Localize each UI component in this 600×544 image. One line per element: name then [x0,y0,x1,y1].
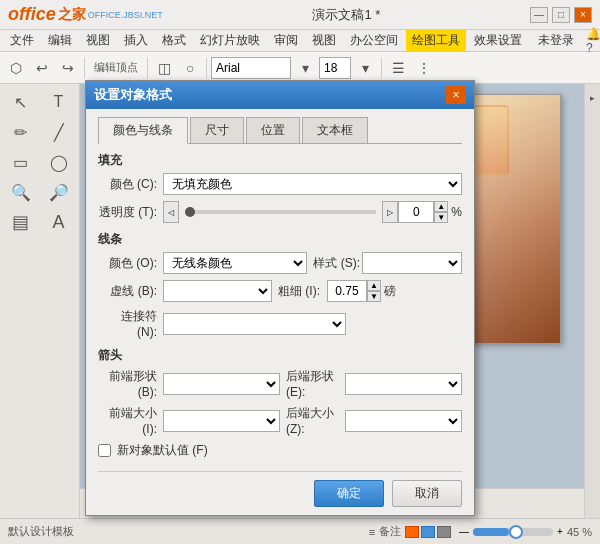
toolbar-btn-5[interactable]: ○ [178,56,202,80]
line-weight-label: 粗细 (I): [272,283,327,300]
dialog-title-bar: 设置对象格式 × [86,81,474,109]
minimize-button[interactable]: — [530,7,548,23]
back-size-select[interactable] [345,410,462,432]
front-size-select[interactable] [163,410,280,432]
weight-up-btn[interactable]: ▲ [367,280,381,291]
title-bar: office 之家 OFFICE.JBSI.NET 演示文稿1 * — □ × [0,0,600,30]
window-title: 演示文稿1 * [163,6,530,24]
line-dash-select[interactable] [163,280,272,302]
fill-color-select[interactable]: 无填充颜色 [163,173,462,195]
menu-slideshow[interactable]: 幻灯片放映 [194,30,266,51]
line-style-select[interactable] [362,252,462,274]
toolbar-edit-points[interactable]: 编辑顶点 [89,56,143,80]
font-name-input[interactable] [211,57,291,79]
tool-text[interactable]: T [41,88,77,116]
connector-select[interactable] [163,313,346,335]
menu-edit[interactable]: 编辑 [42,30,78,51]
toolbar-btn-2[interactable]: ↩ [30,56,54,80]
menu-login[interactable]: 未登录 [532,30,580,51]
opacity-slider[interactable] [185,210,376,214]
fill-opacity-row: 透明度 (T): ◁ ▷ ▲ ▼ % [98,201,462,223]
left-panel: ↖ T ✏ ╱ ▭ ◯ 🔍 🔎 ▤ A [0,84,80,518]
tab-position[interactable]: 位置 [246,117,300,143]
menu-file[interactable]: 文件 [4,30,40,51]
opacity-left-btn[interactable]: ◁ [163,201,179,223]
dialog-ok-button[interactable]: 确定 [314,480,384,507]
tool-row-4: 🔍 🔎 [3,178,77,206]
menu-effects[interactable]: 效果设置 [468,30,528,51]
connector-row: 连接符 (N): [98,308,462,339]
tool-line[interactable]: ╱ [41,118,77,146]
right-panel-btn-1[interactable]: ▸ [586,88,600,108]
opacity-spinner: ▲ ▼ [434,201,448,223]
tab-color-line[interactable]: 颜色与线条 [98,117,188,144]
tool-pointer[interactable]: ↖ [3,88,39,116]
menu-bar: 文件 编辑 视图 插入 格式 幻灯片放映 审阅 视图 办公空间 绘图工具 效果设… [0,30,600,52]
dialog-body: 颜色与线条 尺寸 位置 文本框 填充 颜色 (C): 无填充颜色 透明度 (T)… [86,109,474,515]
tool-fill[interactable]: ▤ [3,208,39,236]
tool-zoom-in[interactable]: 🔍 [3,178,39,206]
tool-rect[interactable]: ▭ [3,148,39,176]
toolbar-btn-1[interactable]: ⬡ [4,56,28,80]
zoom-out-btn[interactable]: — [459,526,469,537]
opacity-handle[interactable] [185,207,195,217]
default-checkbox[interactable] [98,444,111,457]
line-style-label: 样式 (S): [307,255,362,272]
zoom-in-btn[interactable]: + [557,526,563,537]
tool-pen[interactable]: ✏ [3,118,39,146]
fill-section-title: 填充 [98,152,462,169]
toolbar-separator-1 [84,58,85,78]
default-checkbox-row: 新对象默认值 (F) [98,442,462,459]
font-name-dropdown[interactable]: ▾ [293,56,317,80]
menu-format[interactable]: 格式 [156,30,192,51]
opacity-up-btn[interactable]: ▲ [434,201,448,212]
status-icons [405,526,451,538]
zoom-bar[interactable] [473,528,553,536]
line-color-row: 颜色 (O): 无线条颜色 样式 (S): [98,252,462,274]
dialog-tabs: 颜色与线条 尺寸 位置 文本框 [98,117,462,144]
status-template: 默认设计模板 [8,524,361,539]
back-shape-select[interactable] [345,373,462,395]
line-weight-input[interactable] [327,280,367,302]
toolbar-btn-3[interactable]: ↪ [56,56,80,80]
menu-review[interactable]: 审阅 [268,30,304,51]
weight-spinner: ▲ ▼ [367,280,381,302]
logo-text-office: office [8,4,56,25]
tool-zoom-out[interactable]: 🔎 [41,178,77,206]
font-size-dropdown[interactable]: ▾ [353,56,377,80]
format-object-dialog: 设置对象格式 × 颜色与线条 尺寸 位置 文本框 填充 颜色 (C): 无填充颜… [85,80,475,516]
close-button[interactable]: × [574,7,592,23]
line-color-select[interactable]: 无线条颜色 [163,252,307,274]
dialog-cancel-button[interactable]: 取消 [392,480,462,507]
arrow-section-title: 箭头 [98,347,462,364]
zoom-handle[interactable] [509,525,523,539]
menu-view2[interactable]: 视图 [306,30,342,51]
tab-textbox[interactable]: 文本框 [302,117,368,143]
toolbar-align-right[interactable]: ☰ [386,56,410,80]
maximize-button[interactable]: □ [552,7,570,23]
window-controls: — □ × [530,7,592,23]
logo: office 之家 OFFICE.JBSI.NET [8,4,163,25]
menu-workspace[interactable]: 办公空间 [344,30,404,51]
tool-color[interactable]: A [41,208,77,236]
toolbar-separator-2 [147,58,148,78]
dialog-close-button[interactable]: × [446,86,466,104]
weight-down-btn[interactable]: ▼ [367,291,381,302]
font-size-input[interactable] [319,57,351,79]
tool-ellipse[interactable]: ◯ [41,148,77,176]
toolbar-btn-4[interactable]: ◫ [152,56,176,80]
opacity-down-btn[interactable]: ▼ [434,212,448,223]
opacity-right-btn[interactable]: ▷ [382,201,398,223]
toolbar-more[interactable]: ⋮ [412,56,436,80]
menu-drawtool[interactable]: 绘图工具 [406,30,466,51]
zoom-level: 45 % [567,526,592,538]
status-center: ≡ 备注 [369,524,451,539]
menu-insert[interactable]: 插入 [118,30,154,51]
front-shape-select[interactable] [163,373,280,395]
tab-size[interactable]: 尺寸 [190,117,244,143]
default-checkbox-label: 新对象默认值 (F) [117,442,208,459]
menu-view[interactable]: 视图 [80,30,116,51]
fill-color-select-wrap: 无填充颜色 [163,173,462,195]
opacity-input[interactable] [398,201,434,223]
front-size-label: 前端大小 (I): [98,405,163,436]
